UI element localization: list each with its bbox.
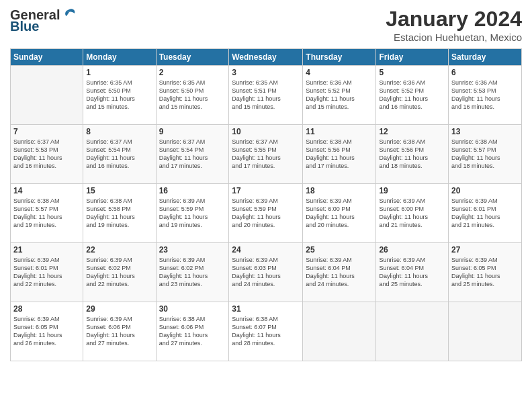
day-info: Sunrise: 6:37 AM Sunset: 5:55 PM Dayligh… <box>232 138 300 171</box>
day-info: Sunrise: 6:37 AM Sunset: 5:53 PM Dayligh… <box>13 138 80 171</box>
day-info: Sunrise: 6:39 AM Sunset: 6:04 PM Dayligh… <box>379 256 445 289</box>
calendar-cell: 31Sunrise: 6:38 AM Sunset: 6:07 PM Dayli… <box>229 302 303 361</box>
calendar-cell: 11Sunrise: 6:38 AM Sunset: 5:56 PM Dayli… <box>303 125 376 184</box>
calendar-cell: 12Sunrise: 6:38 AM Sunset: 5:56 PM Dayli… <box>376 125 449 184</box>
day-number: 12 <box>379 127 445 136</box>
calendar-cell <box>303 302 376 361</box>
calendar-cell: 20Sunrise: 6:39 AM Sunset: 6:01 PM Dayli… <box>449 184 522 243</box>
day-info: Sunrise: 6:38 AM Sunset: 5:57 PM Dayligh… <box>451 138 519 171</box>
calendar-cell: 29Sunrise: 6:39 AM Sunset: 6:06 PM Dayli… <box>83 302 156 361</box>
calendar-header-row: Sunday Monday Tuesday Wednesday Thursday… <box>11 49 522 66</box>
day-info: Sunrise: 6:39 AM Sunset: 6:01 PM Dayligh… <box>13 256 80 289</box>
day-number: 9 <box>159 127 226 136</box>
day-number: 13 <box>451 127 519 136</box>
calendar-week-row-3: 14Sunrise: 6:38 AM Sunset: 5:57 PM Dayli… <box>11 184 522 243</box>
logo-bird-icon <box>61 7 77 23</box>
calendar-cell <box>11 66 83 125</box>
day-info: Sunrise: 6:38 AM Sunset: 5:58 PM Dayligh… <box>86 197 152 230</box>
day-number: 23 <box>159 245 226 255</box>
day-info: Sunrise: 6:37 AM Sunset: 5:54 PM Dayligh… <box>159 138 226 171</box>
calendar-cell: 22Sunrise: 6:39 AM Sunset: 6:02 PM Dayli… <box>83 243 156 302</box>
calendar-cell: 8Sunrise: 6:37 AM Sunset: 5:54 PM Daylig… <box>83 125 156 184</box>
col-saturday: Saturday <box>449 49 522 66</box>
day-number: 18 <box>306 186 373 195</box>
calendar-cell: 3Sunrise: 6:35 AM Sunset: 5:51 PM Daylig… <box>229 66 303 125</box>
day-info: Sunrise: 6:39 AM Sunset: 6:06 PM Dayligh… <box>86 315 152 348</box>
title-section: January 2024 Estacion Huehuetan, Mexico <box>386 7 522 43</box>
day-number: 11 <box>306 127 373 136</box>
day-info: Sunrise: 6:38 AM Sunset: 5:57 PM Dayligh… <box>13 197 80 230</box>
day-number: 1 <box>86 68 152 77</box>
calendar-cell: 2Sunrise: 6:35 AM Sunset: 5:50 PM Daylig… <box>156 66 229 125</box>
day-info: Sunrise: 6:38 AM Sunset: 5:56 PM Dayligh… <box>306 138 373 171</box>
calendar-cell: 26Sunrise: 6:39 AM Sunset: 6:04 PM Dayli… <box>376 243 449 302</box>
day-number: 6 <box>451 68 519 77</box>
calendar-cell: 17Sunrise: 6:39 AM Sunset: 5:59 PM Dayli… <box>229 184 303 243</box>
calendar-week-row-2: 7Sunrise: 6:37 AM Sunset: 5:53 PM Daylig… <box>11 125 522 184</box>
calendar-cell: 1Sunrise: 6:35 AM Sunset: 5:50 PM Daylig… <box>83 66 156 125</box>
calendar-cell: 14Sunrise: 6:38 AM Sunset: 5:57 PM Dayli… <box>11 184 83 243</box>
day-info: Sunrise: 6:39 AM Sunset: 6:03 PM Dayligh… <box>232 256 300 289</box>
col-tuesday: Tuesday <box>156 49 229 66</box>
calendar-cell: 5Sunrise: 6:36 AM Sunset: 5:52 PM Daylig… <box>376 66 449 125</box>
calendar-cell: 24Sunrise: 6:39 AM Sunset: 6:03 PM Dayli… <box>229 243 303 302</box>
day-info: Sunrise: 6:38 AM Sunset: 5:56 PM Dayligh… <box>379 138 445 171</box>
calendar-cell: 7Sunrise: 6:37 AM Sunset: 5:53 PM Daylig… <box>11 125 83 184</box>
day-info: Sunrise: 6:39 AM Sunset: 6:02 PM Dayligh… <box>159 256 226 289</box>
day-info: Sunrise: 6:38 AM Sunset: 6:07 PM Dayligh… <box>232 315 300 348</box>
day-number: 30 <box>159 304 226 314</box>
logo-blue: Blue <box>10 19 39 34</box>
day-info: Sunrise: 6:39 AM Sunset: 6:05 PM Dayligh… <box>13 315 80 348</box>
day-info: Sunrise: 6:38 AM Sunset: 6:06 PM Dayligh… <box>159 315 226 348</box>
page: General Blue January 2024 Estacion Huehu… <box>0 0 532 411</box>
day-info: Sunrise: 6:37 AM Sunset: 5:54 PM Dayligh… <box>86 138 152 171</box>
day-number: 27 <box>451 245 519 255</box>
calendar-week-row-4: 21Sunrise: 6:39 AM Sunset: 6:01 PM Dayli… <box>11 243 522 302</box>
calendar-cell: 13Sunrise: 6:38 AM Sunset: 5:57 PM Dayli… <box>449 125 522 184</box>
day-number: 14 <box>13 186 80 195</box>
month-title: January 2024 <box>386 7 522 32</box>
day-number: 24 <box>232 245 300 255</box>
day-number: 20 <box>451 186 519 195</box>
day-number: 26 <box>379 245 445 255</box>
day-info: Sunrise: 6:36 AM Sunset: 5:52 PM Dayligh… <box>379 79 445 111</box>
day-number: 10 <box>232 127 300 136</box>
day-number: 3 <box>232 68 300 77</box>
day-number: 2 <box>159 68 226 77</box>
day-number: 31 <box>232 304 300 314</box>
col-sunday: Sunday <box>11 49 83 66</box>
calendar-cell: 6Sunrise: 6:36 AM Sunset: 5:53 PM Daylig… <box>449 66 522 125</box>
col-wednesday: Wednesday <box>229 49 303 66</box>
calendar-cell: 4Sunrise: 6:36 AM Sunset: 5:52 PM Daylig… <box>303 66 376 125</box>
day-number: 28 <box>13 304 80 314</box>
day-number: 8 <box>86 127 152 136</box>
day-info: Sunrise: 6:35 AM Sunset: 5:51 PM Dayligh… <box>232 79 300 111</box>
day-number: 25 <box>306 245 373 255</box>
calendar-cell: 21Sunrise: 6:39 AM Sunset: 6:01 PM Dayli… <box>11 243 83 302</box>
calendar-cell: 10Sunrise: 6:37 AM Sunset: 5:55 PM Dayli… <box>229 125 303 184</box>
calendar-cell: 28Sunrise: 6:39 AM Sunset: 6:05 PM Dayli… <box>11 302 83 361</box>
calendar-cell: 16Sunrise: 6:39 AM Sunset: 5:59 PM Dayli… <box>156 184 229 243</box>
day-info: Sunrise: 6:39 AM Sunset: 6:00 PM Dayligh… <box>306 197 373 230</box>
calendar-cell: 25Sunrise: 6:39 AM Sunset: 6:04 PM Dayli… <box>303 243 376 302</box>
header: General Blue January 2024 Estacion Huehu… <box>10 7 522 43</box>
calendar-table: Sunday Monday Tuesday Wednesday Thursday… <box>10 48 522 361</box>
day-number: 19 <box>379 186 445 195</box>
day-info: Sunrise: 6:39 AM Sunset: 6:01 PM Dayligh… <box>451 197 519 230</box>
day-info: Sunrise: 6:39 AM Sunset: 6:02 PM Dayligh… <box>86 256 152 289</box>
day-number: 5 <box>379 68 445 77</box>
day-info: Sunrise: 6:36 AM Sunset: 5:52 PM Dayligh… <box>306 79 373 111</box>
calendar-cell: 30Sunrise: 6:38 AM Sunset: 6:06 PM Dayli… <box>156 302 229 361</box>
day-info: Sunrise: 6:35 AM Sunset: 5:50 PM Dayligh… <box>86 79 152 111</box>
day-info: Sunrise: 6:39 AM Sunset: 5:59 PM Dayligh… <box>159 197 226 230</box>
calendar-cell: 27Sunrise: 6:39 AM Sunset: 6:05 PM Dayli… <box>449 243 522 302</box>
day-info: Sunrise: 6:39 AM Sunset: 5:59 PM Dayligh… <box>232 197 300 230</box>
day-number: 15 <box>86 186 152 195</box>
day-number: 21 <box>13 245 80 255</box>
day-info: Sunrise: 6:35 AM Sunset: 5:50 PM Dayligh… <box>159 79 226 111</box>
day-number: 7 <box>13 127 80 136</box>
calendar-cell: 19Sunrise: 6:39 AM Sunset: 6:00 PM Dayli… <box>376 184 449 243</box>
calendar-cell <box>449 302 522 361</box>
day-info: Sunrise: 6:39 AM Sunset: 6:05 PM Dayligh… <box>451 256 519 289</box>
calendar-cell: 18Sunrise: 6:39 AM Sunset: 6:00 PM Dayli… <box>303 184 376 243</box>
